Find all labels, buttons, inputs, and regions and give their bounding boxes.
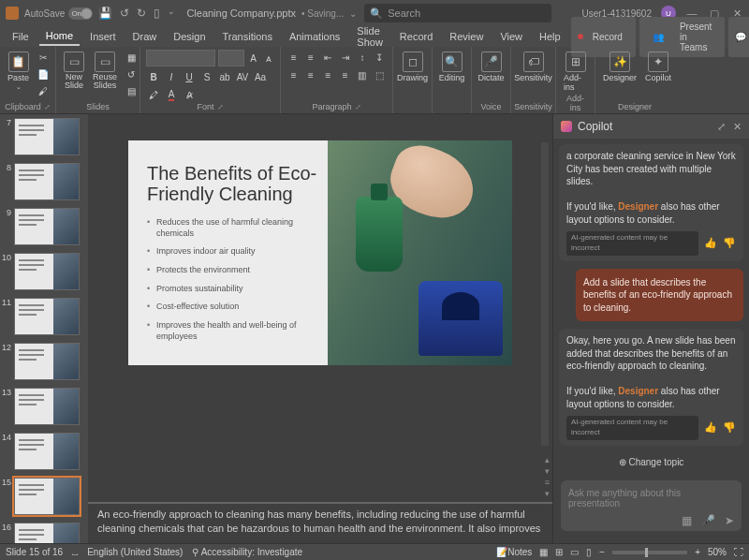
accessibility-status[interactable]: ⚲ Accessibility: Investigate	[192, 547, 302, 557]
reset-icon[interactable]: ↺	[124, 66, 139, 81]
normal-view-icon[interactable]: ▦	[539, 547, 548, 557]
format-painter-icon[interactable]: 🖌	[36, 83, 51, 98]
designer-link[interactable]: Designer	[618, 201, 658, 212]
paste-button[interactable]: 📋Paste⌄	[6, 50, 31, 93]
language[interactable]: English (United States)	[87, 547, 183, 557]
tab-file[interactable]: File	[6, 28, 36, 45]
columns-icon[interactable]: ▥	[355, 67, 369, 82]
thumbnail-slide-10[interactable]	[14, 253, 80, 290]
undo-icon[interactable]: ↺	[120, 7, 129, 20]
indent-inc-icon[interactable]: ⇥	[338, 50, 352, 65]
sensitivity-button[interactable]: 🏷Sensitivity	[517, 50, 550, 84]
tab-record[interactable]: Record	[393, 28, 439, 45]
increase-font-icon[interactable]: A	[247, 51, 259, 66]
tab-draw[interactable]: Draw	[126, 28, 164, 45]
notes-pane[interactable]: An eco-friendly approach to cleaning has…	[88, 502, 552, 543]
search-input[interactable]: 🔍 Search	[364, 4, 551, 22]
addins-button[interactable]: ⊞Add-ins	[562, 50, 589, 94]
zoom-in-icon[interactable]: +	[695, 547, 700, 557]
tab-home[interactable]: Home	[39, 27, 80, 46]
bullets-icon[interactable]: ≡	[286, 50, 301, 65]
editing-button[interactable]: 🔍Editing	[438, 50, 465, 84]
zoom-out-icon[interactable]: −	[599, 547, 605, 557]
slide-thumbnail-panel[interactable]: 78910111213141516	[0, 114, 88, 543]
comments-button[interactable]: 💬	[728, 17, 749, 57]
slide-counter[interactable]: Slide 15 of 16	[6, 547, 63, 557]
shadow-icon[interactable]: ab	[217, 69, 232, 84]
strike-icon[interactable]: S	[199, 69, 214, 84]
thumbs-up-icon[interactable]: 👍	[704, 420, 717, 435]
copilot-expand-icon[interactable]: ⤢	[717, 121, 726, 133]
thumbnail-slide-13[interactable]	[14, 388, 80, 425]
zoom-slider[interactable]	[612, 551, 687, 554]
decrease-font-icon[interactable]: ᴀ	[262, 51, 274, 66]
prev-slide-icon[interactable]: ▴	[545, 455, 550, 464]
smartart-icon[interactable]: ⬚	[373, 67, 387, 82]
slide-canvas[interactable]: The Benefits of Eco-Friendly Cleaning Re…	[128, 140, 512, 365]
sorter-view-icon[interactable]: ⊞	[555, 547, 563, 557]
spacing-icon[interactable]: AV	[235, 69, 250, 84]
next-slide-icon[interactable]: ▾	[545, 466, 550, 476]
zoom-level[interactable]: 50%	[708, 547, 727, 557]
tab-animations[interactable]: Animations	[283, 28, 346, 45]
dictate-button[interactable]: 🎤Dictate	[477, 50, 505, 84]
thumbnail-slide-7[interactable]	[14, 118, 80, 155]
tab-transitions[interactable]: Transitions	[216, 28, 279, 45]
thumbs-down-icon[interactable]: 👎	[723, 420, 736, 435]
font-family-dropdown[interactable]	[146, 50, 215, 66]
notes-toggle[interactable]: 📝Notes	[496, 547, 532, 557]
highlight-icon[interactable]: 🖍	[146, 87, 161, 102]
copilot-send-icon[interactable]: ➤	[725, 514, 734, 527]
filename[interactable]: Cleaning Company.pptx	[186, 7, 296, 19]
layout-icon[interactable]: ▦	[124, 50, 139, 65]
copilot-cards-icon[interactable]: ▦	[682, 514, 692, 527]
copilot-input[interactable]: Ask me anything about this presentation …	[561, 480, 742, 531]
align-left-icon[interactable]: ≡	[286, 67, 301, 82]
reading-view-icon[interactable]: ▭	[570, 547, 579, 557]
copilot-close-icon[interactable]: ✕	[733, 121, 742, 133]
tab-help[interactable]: Help	[533, 28, 567, 45]
text-direction-icon[interactable]: ↧	[373, 50, 387, 65]
slide-bullets[interactable]: Reduces the use of harmful cleaning chem…	[147, 217, 320, 343]
thumbnail-slide-15[interactable]	[14, 478, 80, 515]
spellcheck-icon[interactable]: ⎵	[72, 547, 78, 557]
tab-insert[interactable]: Insert	[83, 28, 123, 45]
tab-review[interactable]: Review	[443, 28, 490, 45]
autosave-toggle[interactable]: AutoSave On	[24, 7, 93, 20]
thumbnail-slide-14[interactable]	[14, 433, 80, 470]
line-spacing-icon[interactable]: ↕	[355, 50, 369, 65]
fit-window-icon[interactable]: ⛶	[734, 547, 743, 557]
underline-icon[interactable]: U	[182, 69, 197, 84]
justify-icon[interactable]: ≡	[338, 67, 352, 82]
copilot-ribbon-button[interactable]: ✦Copilot	[643, 50, 673, 84]
thumbnail-slide-11[interactable]	[14, 298, 80, 335]
drawing-button[interactable]: ◻Drawing	[399, 50, 426, 84]
numbering-icon[interactable]: ≡	[303, 50, 317, 65]
vertical-scrollbar[interactable]	[541, 142, 551, 446]
change-topic-button[interactable]: ⊕ Change topic	[559, 453, 743, 471]
align-right-icon[interactable]: ≡	[321, 67, 335, 82]
align-center-icon[interactable]: ≡	[303, 67, 317, 82]
italic-icon[interactable]: I	[164, 69, 179, 84]
font-size-dropdown[interactable]	[218, 50, 244, 66]
clear-format-icon[interactable]: A̷	[182, 87, 197, 102]
thumbnail-slide-16[interactable]	[14, 523, 80, 543]
new-slide-button[interactable]: ▭New Slide	[62, 50, 86, 92]
designer-button[interactable]: ✨Designer	[601, 50, 639, 84]
qat-dropdown-icon[interactable]: ⌄	[168, 7, 175, 20]
save-icon[interactable]: 💾	[98, 7, 112, 20]
font-color-icon[interactable]: A	[164, 87, 179, 102]
reuse-slides-button[interactable]: ▭Reuse Slides	[91, 50, 119, 92]
indent-dec-icon[interactable]: ⇤	[321, 50, 335, 65]
bold-icon[interactable]: B	[146, 69, 161, 84]
tab-design[interactable]: Design	[167, 28, 212, 45]
slideshow-view-icon[interactable]: ▯	[586, 547, 592, 557]
thumbs-up-icon[interactable]: 👍	[704, 236, 717, 250]
redo-icon[interactable]: ↻	[137, 7, 146, 20]
thumbnail-slide-9[interactable]	[14, 208, 80, 245]
designer-link[interactable]: Designer	[618, 386, 658, 396]
cut-icon[interactable]: ✂	[36, 50, 51, 65]
copy-icon[interactable]: 📄	[36, 66, 51, 81]
case-icon[interactable]: Aa	[253, 69, 268, 84]
thumbnail-slide-8[interactable]	[14, 163, 80, 200]
